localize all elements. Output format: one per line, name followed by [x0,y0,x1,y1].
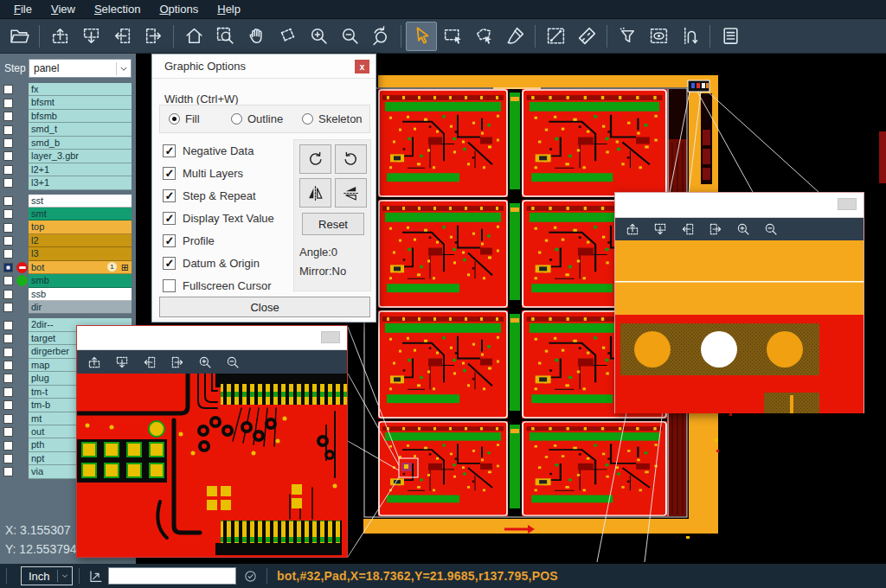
move-view-left-button[interactable] [106,22,138,51]
layer-visibility-checkbox[interactable] [3,441,13,451]
radio-outline[interactable]: Outline [231,112,302,125]
multi-layers-checkbox[interactable] [163,167,176,180]
zoom-in-button[interactable] [731,220,755,239]
layer-visibility-checkbox[interactable] [3,303,13,312]
move-view-left-button[interactable] [138,353,162,372]
step-select[interactable]: panel [29,59,132,78]
radio-fill-control[interactable] [169,113,180,125]
move-view-right-button[interactable] [703,220,728,239]
command-input[interactable] [108,567,236,585]
ruler-button[interactable] [571,22,602,51]
checkbox-datum-origin[interactable]: Datum & Origin [163,255,260,271]
menu-selection[interactable]: Selection [86,1,149,17]
layer-visibility-checkbox[interactable] [3,178,13,188]
layer-visibility-checkbox[interactable] [3,276,13,285]
step-repeat-checkbox[interactable] [163,189,176,202]
zoom-in-button[interactable] [303,22,334,51]
menu-file[interactable]: File [5,1,41,17]
layer-visibility-checkbox[interactable] [3,196,13,206]
layer-row[interactable]: dir [0,301,136,314]
move-view-down-button[interactable] [648,220,672,239]
menu-options[interactable]: Options [151,1,207,17]
layer-visibility-checkbox[interactable] [3,125,13,135]
rotate-cw-button[interactable] [299,144,331,174]
display-text-value-checkbox[interactable] [163,212,176,225]
unit-select[interactable]: Inch [21,566,73,585]
layer-row[interactable]: top [0,220,136,233]
layer-visibility-checkbox[interactable] [3,387,13,397]
datum-origin-checkbox[interactable] [163,257,176,270]
layer-visibility-checkbox[interactable] [3,321,13,330]
zoom-out-button[interactable] [759,220,783,239]
magnifier-window-button[interactable] [838,198,857,210]
move-view-right-button[interactable] [138,22,169,51]
dialog-title-bar[interactable]: Graphic Options x [152,54,376,79]
close-icon[interactable]: x [355,60,369,74]
move-view-left-button[interactable] [676,220,700,239]
layer-visibility-checkbox[interactable] [3,454,13,463]
layer-visibility-checkbox[interactable] [3,85,13,94]
checkbox-display-text-value[interactable]: Display Text Value [163,210,274,226]
pan-hand-button[interactable] [241,22,272,51]
layer-visibility-checkbox[interactable] [3,249,13,259]
layer-visibility-checkbox[interactable] [3,290,13,299]
move-view-right-button[interactable] [165,353,189,372]
layer-row[interactable]: bot1⊞ [0,261,136,274]
move-view-down-button[interactable] [75,22,106,51]
zoom-window-button[interactable] [209,22,241,51]
layer-visibility-checkbox[interactable] [3,223,13,233]
magnifier-title-bar[interactable] [615,193,864,218]
layer-row[interactable]: smt [0,208,136,220]
radio-fill[interactable]: Fill [169,112,231,125]
checkbox-profile[interactable]: Profile [163,233,215,248]
layer-row[interactable]: smb [0,274,136,287]
select-rectangle-button[interactable] [437,22,468,51]
snap-corner-button[interactable] [86,566,105,585]
layer-visibility-checkbox[interactable] [3,151,13,161]
menu-help[interactable]: Help [209,1,249,17]
layer-visibility-checkbox[interactable] [3,414,13,424]
clear-brush-button[interactable] [499,22,530,51]
measure-distance-button[interactable] [540,22,571,51]
checkbox-multi-layers[interactable]: Multi Layers [163,165,243,181]
layer-row[interactable]: bfsmb [0,110,136,123]
layer-row[interactable]: smd_t [0,123,136,136]
fullscreen-cursor-checkbox[interactable] [163,279,176,292]
layer-row[interactable]: sst [0,195,136,208]
checkbox-negative-data[interactable]: Negative Data [163,143,254,158]
reset-button[interactable]: Reset [302,213,364,235]
radio-skeleton-control[interactable] [302,113,313,125]
zoom-out-button[interactable] [221,353,245,372]
magnifier-zoom-view-left[interactable] [77,374,347,557]
layer-visibility-checkbox[interactable] [3,374,13,383]
mirror-vertical-button[interactable] [299,178,331,208]
home-view-button[interactable] [178,22,209,51]
apply-button[interactable] [240,566,260,585]
rotate-ccw-button[interactable] [335,144,367,174]
magnifier-window-button[interactable] [321,331,340,343]
zoom-in-button[interactable] [193,353,217,372]
report-list-button[interactable] [715,22,746,51]
mirror-horizontal-button[interactable] [335,178,367,208]
move-view-up-button[interactable] [620,220,645,239]
layer-visibility-checkbox[interactable] [3,361,13,370]
snap-route-button[interactable] [674,22,705,51]
layer-row[interactable]: fx [0,83,136,96]
layer-row[interactable]: l2 [0,234,136,247]
layer-visibility-checkbox[interactable] [3,138,13,148]
layer-visibility-checkbox[interactable] [3,427,13,437]
zoom-previous-button[interactable] [365,22,396,51]
layer-row[interactable]: ssb [0,288,136,301]
move-view-down-button[interactable] [110,353,134,372]
layer-visibility-checkbox[interactable] [3,209,13,219]
layer-visibility-checkbox[interactable] [3,348,13,357]
layer-row[interactable]: l3+1 [0,176,136,189]
layer-visibility-checkbox[interactable] [3,112,13,121]
checkbox-step-repeat[interactable]: Step & Repeat [163,188,256,203]
layer-visibility-checkbox[interactable] [3,236,13,246]
layer-visibility-checkbox[interactable] [3,165,13,175]
drag-view-button[interactable] [272,22,303,51]
radio-skeleton[interactable]: Skeleton [302,112,363,125]
select-polygon-button[interactable] [468,22,499,51]
profile-checkbox[interactable] [163,234,176,247]
